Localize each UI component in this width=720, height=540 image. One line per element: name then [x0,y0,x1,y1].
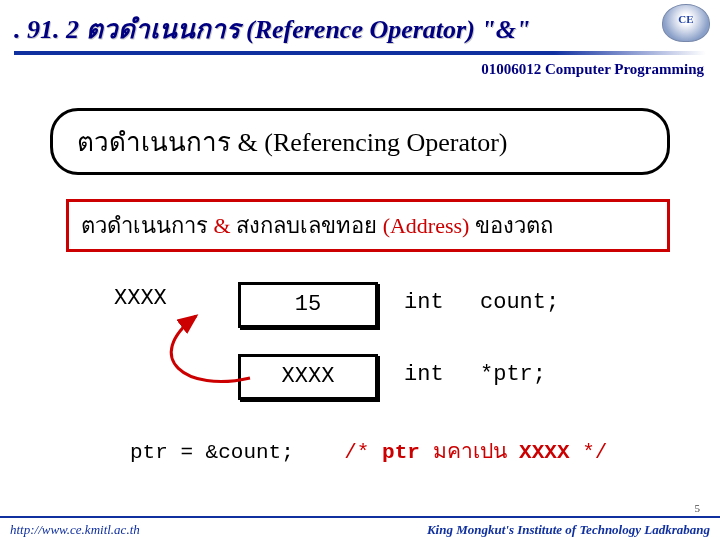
desc-1: ตวดำเนนการ [81,213,214,238]
footer-url: http://www.ce.kmitl.ac.th [10,522,140,538]
code-stmt: ptr = &count; [130,441,294,464]
code-line: ptr = &count; /* ptr มคาเปน XXXX */ [130,434,680,467]
topic-box: ตวดำเนนการ & (Referencing Operator) [50,108,670,175]
slide-header: . 91. 2 ตวดำเนนการ (Reference Operator) … [0,0,720,57]
header-underline [14,51,706,55]
footer-bar: http://www.ce.kmitl.ac.th King Mongkut's… [0,516,720,540]
memory-diagram: XXXX 15 int count; XXXX int *ptr; [84,278,680,418]
desc-addr: (Address) [383,213,470,238]
desc-amp: & [214,213,231,238]
type-ptr: int [404,362,444,387]
memory-cell-ptr: XXXX [238,354,378,400]
desc-2: สงกลบเลขทอย [236,213,383,238]
slide-content: ตวดำเนนการ & (Referencing Operator) ตวดำ… [0,78,720,477]
address-label: XXXX [114,286,167,311]
topic-text-amp: & [238,128,265,157]
memory-cell-count: 15 [238,282,378,328]
decl-count: count; [480,290,559,315]
desc-3: ของวตถ [475,213,553,238]
logo-icon [662,4,710,42]
topic-text-2: (Referencing Operator) [264,128,507,157]
page-number: 5 [695,502,701,514]
type-count: int [404,290,444,315]
course-code: 01006012 Computer Programming [0,57,720,78]
description-box: ตวดำเนนการ & สงกลบเลขทอย (Address) ของวต… [66,199,670,252]
code-comment: /* ptr มคาเปน XXXX */ [344,441,607,464]
decl-ptr: *ptr; [480,362,546,387]
topic-text-1: ตวดำเนนการ [77,128,238,157]
slide-title: . 91. 2 ตวดำเนนการ (Reference Operator) … [14,15,530,44]
footer-org: King Mongkut's Institute of Technology L… [427,522,710,538]
